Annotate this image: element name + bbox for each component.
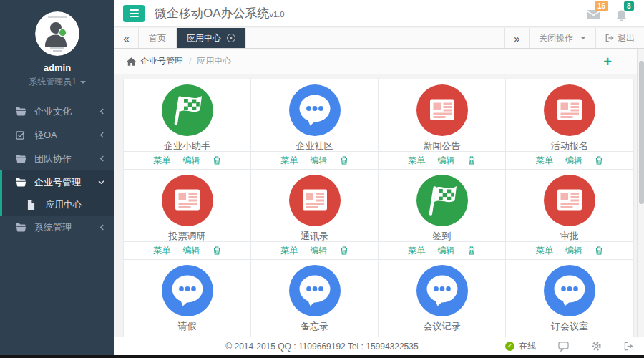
app-actions: 菜单编辑 xyxy=(506,241,633,259)
tabs-scroll-right-button[interactable]: » xyxy=(504,28,529,48)
app-name: 投票调研 xyxy=(169,230,206,243)
app-name: 审批 xyxy=(560,230,579,243)
top-header: 微企移动OA办公系统v1.0 16 8 xyxy=(114,0,644,27)
trash-icon[interactable] xyxy=(340,155,348,165)
apps-panel: 企业小助手菜单编辑 企业社区菜单编辑 新闻公告菜单编辑 xyxy=(123,79,634,352)
folder-icon xyxy=(16,223,28,232)
chat-icon xyxy=(544,265,595,316)
chat-bubble-icon xyxy=(558,342,569,352)
window-bottom-edge xyxy=(0,355,644,358)
app-edit-link[interactable]: 编辑 xyxy=(183,245,200,257)
news-icon xyxy=(162,175,213,226)
chat-icon xyxy=(162,265,213,316)
online-status-button[interactable]: ✓ 在线 xyxy=(494,337,547,355)
app-menu-link[interactable]: 菜单 xyxy=(281,155,298,167)
app-tile[interactable]: 企业社区 xyxy=(251,79,378,151)
app-edit-link[interactable]: 编辑 xyxy=(311,155,328,167)
app-name: 订会议室 xyxy=(551,320,588,333)
tab-home[interactable]: 首页 xyxy=(139,28,177,48)
app-edit-link[interactable]: 编辑 xyxy=(183,155,200,167)
add-app-button[interactable]: + xyxy=(603,54,612,69)
app-edit-link[interactable]: 编辑 xyxy=(565,245,582,257)
sidebar-section-light-oa: 轻OA xyxy=(0,123,114,147)
sidebar-item-corp-account[interactable]: 企业号管理 xyxy=(2,170,114,194)
sidebar-item-teamwork[interactable]: 团队协作 xyxy=(0,147,114,170)
scrollbar-track[interactable] xyxy=(637,49,644,337)
footer: © 2014-2015 QQ : 1109669192 Tel : 159943… xyxy=(114,337,644,355)
app-menu-link[interactable]: 菜单 xyxy=(536,245,553,257)
close-tab-icon[interactable]: × xyxy=(227,34,235,42)
file-icon xyxy=(27,200,39,210)
app-edit-link[interactable]: 编辑 xyxy=(438,155,455,167)
app-tile[interactable]: 企业小助手 xyxy=(124,79,250,151)
sidebar-item-system[interactable]: 系统管理 xyxy=(0,216,114,239)
notifications-button[interactable]: 8 xyxy=(616,3,627,24)
footer-exit-button[interactable] xyxy=(613,337,644,355)
app-menu-link[interactable]: 菜单 xyxy=(536,155,553,167)
mail-icon xyxy=(587,10,600,19)
footer-settings-button[interactable] xyxy=(580,337,613,355)
app-tile[interactable]: 活动报名 xyxy=(506,79,633,151)
close-operations-dropdown[interactable]: 关闭操作 xyxy=(529,28,595,48)
scrollbar-thumb[interactable] xyxy=(639,61,644,204)
app-menu-link[interactable]: 菜单 xyxy=(154,245,171,257)
folder-icon xyxy=(16,107,28,116)
app-edit-link[interactable]: 编辑 xyxy=(438,245,455,257)
trash-icon[interactable] xyxy=(595,246,603,256)
trash-icon[interactable] xyxy=(340,246,348,256)
avatar[interactable] xyxy=(35,11,79,56)
sidebar-subitem-app-center[interactable]: 应用中心 xyxy=(2,194,114,216)
news-icon xyxy=(544,175,595,226)
sidebar-section-system: 系统管理 xyxy=(0,216,114,239)
copyright: © 2014-2015 QQ : 1109669192 Tel : 159943… xyxy=(114,337,530,355)
app-tile[interactable]: 新闻公告 xyxy=(379,79,505,151)
sidebar-item-label: 团队协作 xyxy=(34,153,72,165)
logout-icon xyxy=(605,34,614,42)
messages-button[interactable]: 16 xyxy=(587,3,600,24)
app-edit-link[interactable]: 编辑 xyxy=(565,155,582,167)
edit-icon xyxy=(16,130,28,140)
user-role-dropdown[interactable]: 系统管理员1 xyxy=(0,76,114,88)
app-tile[interactable]: 投票调研 xyxy=(124,170,250,241)
app-tile[interactable]: 通讯录 xyxy=(251,170,378,241)
logout-button[interactable]: 退出 xyxy=(595,28,644,48)
app-tile[interactable]: 签到 xyxy=(379,170,505,241)
folder-icon xyxy=(16,154,28,163)
app-actions: 菜单编辑 xyxy=(379,241,505,259)
app-card: 活动报名菜单编辑 xyxy=(506,79,633,170)
trash-icon[interactable] xyxy=(467,246,476,256)
sidebar-item-corp-culture[interactable]: 企业文化 xyxy=(0,100,114,123)
app-tile[interactable]: 订会议室 xyxy=(506,260,633,332)
logout-label: 退出 xyxy=(618,32,635,44)
app-actions: 菜单编辑 xyxy=(506,151,633,169)
online-check-icon: ✓ xyxy=(505,342,514,351)
breadcrumb-section[interactable]: 企业号管理 xyxy=(140,55,183,67)
tab-home-label: 首页 xyxy=(149,32,166,44)
app-menu-link[interactable]: 菜单 xyxy=(409,245,426,257)
hamburger-menu-button[interactable] xyxy=(123,5,145,22)
app-menu-link[interactable]: 菜单 xyxy=(281,245,298,257)
app-actions: 菜单编辑 xyxy=(379,151,505,169)
trash-icon[interactable] xyxy=(213,246,221,256)
trash-icon[interactable] xyxy=(467,155,476,165)
app-name: 新闻公告 xyxy=(424,140,461,153)
app-tile[interactable]: 备忘录 xyxy=(251,260,378,332)
trash-icon[interactable] xyxy=(213,155,221,165)
app-name: 备忘录 xyxy=(301,320,328,333)
app-edit-link[interactable]: 编辑 xyxy=(311,245,328,257)
app-tile[interactable]: 审批 xyxy=(506,170,633,241)
app-menu-link[interactable]: 菜单 xyxy=(154,155,171,167)
trash-icon[interactable] xyxy=(595,155,603,165)
gear-icon xyxy=(591,341,602,352)
sidebar-item-light-oa[interactable]: 轻OA xyxy=(0,123,114,147)
app-name: 请假 xyxy=(178,320,197,333)
tabs-scroll-left-button[interactable]: « xyxy=(114,28,139,48)
app-actions: 菜单编辑 xyxy=(251,241,378,259)
app-menu-link[interactable]: 菜单 xyxy=(409,155,426,167)
tab-app-center[interactable]: 应用中心× xyxy=(177,28,246,48)
app-tile[interactable]: 请假 xyxy=(124,260,250,332)
footer-chat-button[interactable] xyxy=(547,337,580,355)
app-tile[interactable]: 会议记录 xyxy=(379,260,505,332)
app-actions: 菜单编辑 xyxy=(251,151,378,169)
news-icon xyxy=(416,84,468,136)
